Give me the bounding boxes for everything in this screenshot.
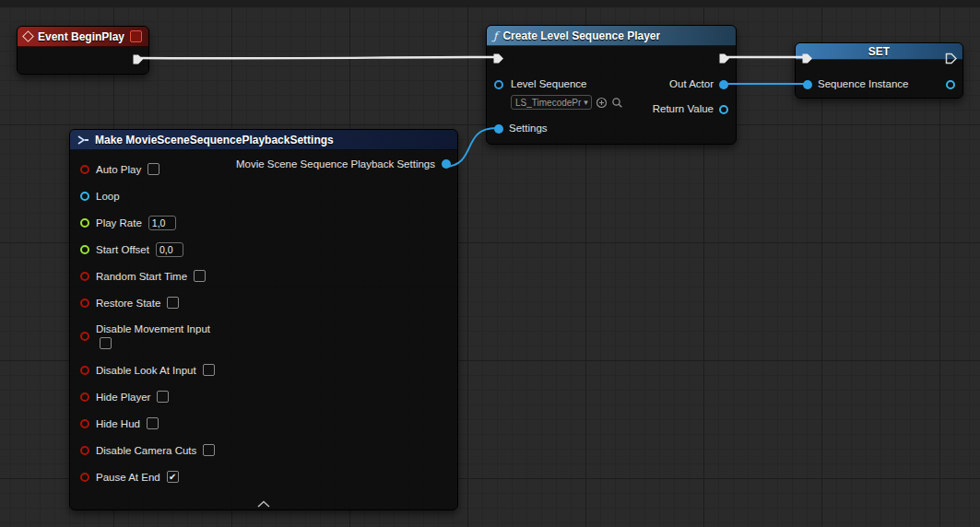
pin-label: Start Offset — [96, 244, 149, 255]
pin-sequence-instance-out[interactable] — [946, 80, 955, 89]
pin-return-value[interactable] — [719, 105, 728, 114]
check-icon: ✔ — [169, 473, 176, 482]
pin-disable-movement-input[interactable] — [80, 332, 89, 341]
pin-hide-player[interactable] — [80, 392, 89, 402]
pin-label: Auto Play — [96, 164, 141, 175]
browse-asset-icon[interactable] — [611, 97, 623, 109]
pin-label: Loop — [96, 191, 120, 202]
pin-label: Hide Player — [96, 392, 150, 403]
pin-play-rate[interactable] — [80, 218, 89, 228]
pin-label: Restore State — [96, 298, 160, 309]
node-header[interactable]: Make MovieSceneSequencePlaybackSettings — [70, 130, 457, 150]
pin-label: Random Start Time — [96, 271, 187, 282]
pin-loop[interactable] — [80, 192, 89, 201]
pin-row: Play Rate — [70, 209, 457, 236]
pin-row: Hide Hud — [70, 410, 457, 437]
pin-start-offset[interactable] — [80, 245, 89, 254]
pin-label: Out Actor — [669, 78, 714, 89]
event-icon — [22, 30, 34, 42]
wire-exec-beginplay-to-create[interactable] — [137, 57, 495, 58]
pin-disable-look-at-input[interactable] — [80, 366, 89, 375]
node-title: Create Level Sequence Player — [502, 29, 660, 42]
pin-row: Start Offset — [70, 236, 457, 263]
pin-hide-hud[interactable] — [80, 419, 89, 428]
start-offset-field[interactable] — [156, 242, 183, 257]
checkbox-disable-camera-cuts[interactable] — [203, 444, 215, 456]
pin-restore-state[interactable] — [80, 299, 89, 308]
pin-label: Return Value — [653, 103, 714, 114]
dropdown-value: LS_TimecodePr — [515, 98, 581, 108]
pin-label: Play Rate — [96, 217, 142, 228]
pin-label: Settings — [509, 123, 548, 134]
node-set-sequence-instance[interactable]: SET Sequence Instance — [795, 42, 963, 99]
checkbox-pause-at-end[interactable]: ✔ — [167, 471, 179, 483]
node-header[interactable]: ƒ Create Level Sequence Player — [487, 26, 736, 46]
pin-row: Disable Movement Input — [70, 316, 457, 357]
level-sequence-dropdown[interactable]: LS_TimecodePr ▾ — [511, 95, 592, 110]
collapse-row — [70, 500, 457, 508]
pin-pause-at-end[interactable] — [80, 473, 89, 482]
pin-row: Disable Look At Input — [70, 357, 457, 383]
node-title: SET — [868, 45, 890, 58]
pin-label: Pause At End — [96, 472, 160, 483]
exec-out-pin[interactable] — [132, 53, 144, 65]
graph-top-edge — [0, 0, 980, 6]
chevron-down-icon: ▾ — [584, 98, 588, 107]
checkbox-disable-look-at-input[interactable] — [203, 364, 215, 376]
node-create-level-sequence-player[interactable]: ƒ Create Level Sequence Player Level Seq… — [486, 25, 737, 145]
pin-label: Sequence Instance — [818, 78, 908, 89]
use-selected-asset-icon[interactable] — [596, 97, 608, 109]
pin-label: Disable Camera Cuts — [96, 445, 196, 456]
checkbox-hide-hud[interactable] — [147, 417, 159, 429]
node-header[interactable]: Event BeginPlay — [18, 27, 148, 47]
input-rows: Auto Play Loop Play Rate Start Offset Ra… — [70, 150, 457, 490]
pin-row: Random Start Time — [70, 263, 457, 289]
exec-in-pin[interactable] — [801, 53, 813, 64]
pin-label: Disable Look At Input — [96, 365, 196, 376]
node-make-playback-settings[interactable]: Make MovieSceneSequencePlaybackSettings … — [69, 129, 458, 510]
blueprint-graph-canvas[interactable]: Event BeginPlay ƒ Create Level Sequence … — [0, 0, 980, 527]
checkbox-restore-state[interactable] — [167, 297, 179, 309]
node-title: Event BeginPlay — [38, 30, 124, 43]
checkbox-hide-player[interactable] — [157, 391, 169, 403]
pin-row: Pause At End ✔ — [70, 463, 457, 490]
make-struct-icon — [77, 135, 89, 146]
pin-label: Level Sequence — [511, 78, 586, 89]
pin-random-start-time[interactable] — [80, 272, 89, 281]
pin-row: Loop — [70, 182, 457, 209]
pin-label: Hide Hud — [96, 418, 140, 429]
asset-picker: LS_TimecodePr ▾ — [511, 95, 623, 110]
pin-row: Hide Player — [70, 383, 457, 410]
pin-row: Disable Camera Cuts — [70, 437, 457, 463]
pin-disable-camera-cuts[interactable] — [80, 446, 89, 455]
collapse-chevron-icon[interactable] — [256, 500, 271, 508]
exec-in-pin[interactable] — [492, 53, 504, 64]
pin-level-sequence[interactable] — [494, 80, 503, 89]
node-title: Make MovieSceneSequencePlaybackSettings — [95, 134, 334, 146]
checkbox-disable-movement-input[interactable] — [100, 337, 112, 349]
pin-auto-play[interactable] — [80, 165, 89, 174]
checkbox-auto-play[interactable] — [148, 163, 159, 175]
node-event-beginplay[interactable]: Event BeginPlay — [17, 26, 149, 75]
node-header[interactable]: SET — [796, 43, 962, 60]
pin-label: Disable Movement Input — [96, 323, 210, 334]
pin-row: Auto Play — [70, 156, 457, 182]
exec-out-pin[interactable] — [718, 53, 730, 64]
pin-row: Restore State — [70, 289, 457, 316]
checkbox-random-start-time[interactable] — [194, 270, 206, 282]
exec-out-pin[interactable] — [945, 53, 957, 64]
red-badge-icon — [130, 30, 142, 42]
function-icon: ƒ — [493, 29, 497, 42]
play-rate-field[interactable] — [148, 216, 176, 230]
